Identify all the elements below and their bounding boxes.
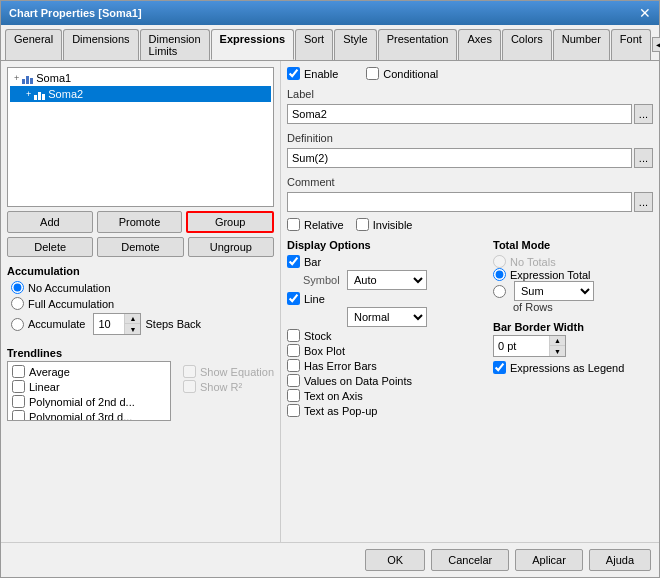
- enable-label: Enable: [304, 68, 338, 80]
- tab-dimensions[interactable]: Dimensions: [63, 29, 138, 60]
- accumulation-title: Accumulation: [7, 265, 274, 277]
- error-bars-checkbox[interactable]: [287, 359, 300, 372]
- two-col-section: Display Options Bar Symbol Auto Circle S…: [287, 239, 653, 419]
- tab-scroll-arrows: ◀ ▶: [652, 29, 660, 60]
- symbol-select[interactable]: Auto Circle Square: [347, 270, 427, 290]
- values-on-data-row: Values on Data Points: [287, 374, 485, 387]
- text-on-axis-row: Text on Axis: [287, 389, 485, 402]
- expression-tree[interactable]: + Soma1 + Soma2: [7, 67, 274, 207]
- tab-font[interactable]: Font: [611, 29, 651, 60]
- box-plot-checkbox[interactable]: [287, 344, 300, 357]
- definition-field-row: Sum(2) ...: [287, 148, 653, 168]
- radio-full-accum-label: Full Accumulation: [28, 298, 114, 310]
- sum-select[interactable]: Sum Avg Max Min: [514, 281, 594, 301]
- trendline-show-r2: Show R²: [183, 380, 274, 393]
- trendline-poly2-check[interactable]: [12, 395, 25, 408]
- close-button[interactable]: ✕: [639, 6, 651, 20]
- label-browse-btn[interactable]: ...: [634, 104, 653, 124]
- tree-item-soma1[interactable]: + Soma1: [10, 70, 271, 86]
- relative-checkbox[interactable]: [287, 218, 300, 231]
- tab-general[interactable]: General: [5, 29, 62, 60]
- expand-icon-soma2: +: [26, 89, 31, 99]
- sum-radio[interactable]: [493, 285, 506, 298]
- enable-check-row: Enable: [287, 67, 338, 80]
- help-button[interactable]: Ajuda: [589, 549, 651, 571]
- group-button[interactable]: Group: [186, 211, 274, 233]
- relative-check-row: Relative: [287, 218, 344, 231]
- invisible-checkbox[interactable]: [356, 218, 369, 231]
- ok-button[interactable]: OK: [365, 549, 425, 571]
- label-field-row: Soma2 ...: [287, 104, 653, 124]
- relative-invisible-row: Relative Invisible: [287, 218, 653, 231]
- tab-scroll-left[interactable]: ◀: [652, 37, 660, 52]
- bar-chart-icon-soma2: [34, 88, 45, 100]
- trendline-poly3-check[interactable]: [12, 410, 25, 421]
- border-spin-up[interactable]: ▲: [549, 336, 565, 346]
- tab-axes[interactable]: Axes: [458, 29, 500, 60]
- text-on-axis-checkbox[interactable]: [287, 389, 300, 402]
- apply-button[interactable]: Aplicar: [515, 549, 583, 571]
- trendlines-list[interactable]: Average Linear Polynomial of 2nd d...: [7, 361, 171, 421]
- line-style-select[interactable]: Normal Thin Thick: [347, 307, 427, 327]
- show-r2-check[interactable]: [183, 380, 196, 393]
- tab-sort[interactable]: Sort: [295, 29, 333, 60]
- tab-colors[interactable]: Colors: [502, 29, 552, 60]
- display-options-title: Display Options: [287, 239, 485, 251]
- definition-field-title: Definition: [287, 132, 653, 144]
- trendline-average-label: Average: [29, 366, 70, 378]
- expressions-legend-label: Expressions as Legend: [510, 362, 624, 374]
- tab-expressions[interactable]: Expressions: [211, 29, 294, 60]
- radio-no-accumulation: No Accumulation: [11, 281, 274, 294]
- conditional-checkbox[interactable]: [366, 67, 379, 80]
- definition-input[interactable]: Sum(2): [287, 148, 632, 168]
- promote-button[interactable]: Promote: [97, 211, 183, 233]
- radio-full-accum-input[interactable]: [11, 297, 24, 310]
- show-equation-check[interactable]: [183, 365, 196, 378]
- radio-no-accum-input[interactable]: [11, 281, 24, 294]
- steps-input[interactable]: 10: [94, 314, 124, 334]
- radio-partial-accum-input[interactable]: [11, 318, 24, 331]
- border-width-input[interactable]: 0 pt: [494, 336, 549, 356]
- steps-down[interactable]: ▼: [124, 324, 140, 334]
- symbol-row: Symbol Auto Circle Square: [303, 270, 485, 290]
- definition-browse-btn[interactable]: ...: [634, 148, 653, 168]
- comment-input[interactable]: [287, 192, 632, 212]
- no-totals-radio[interactable]: [493, 255, 506, 268]
- steps-spinner: 10 ▲ ▼: [93, 313, 141, 335]
- cancel-button[interactable]: Cancelar: [431, 549, 509, 571]
- enable-checkbox[interactable]: [287, 67, 300, 80]
- expression-total-radio[interactable]: [493, 268, 506, 281]
- demote-button[interactable]: Demote: [97, 237, 183, 257]
- trendline-average: Average: [10, 364, 168, 379]
- tab-style[interactable]: Style: [334, 29, 376, 60]
- stock-checkbox[interactable]: [287, 329, 300, 342]
- comment-browse-btn[interactable]: ...: [634, 192, 653, 212]
- line-checkbox[interactable]: [287, 292, 300, 305]
- trendline-options: Show Equation Show R²: [175, 365, 274, 421]
- trendline-linear: Linear: [10, 379, 168, 394]
- tab-dimension-limits[interactable]: Dimension Limits: [140, 29, 210, 60]
- delete-button[interactable]: Delete: [7, 237, 93, 257]
- tab-presentation[interactable]: Presentation: [378, 29, 458, 60]
- add-button[interactable]: Add: [7, 211, 93, 233]
- expressions-legend-check[interactable]: [493, 361, 506, 374]
- trendline-linear-check[interactable]: [12, 380, 25, 393]
- text-as-popup-checkbox[interactable]: [287, 404, 300, 417]
- ungroup-button[interactable]: Ungroup: [188, 237, 274, 257]
- no-totals-row: No Totals: [493, 255, 653, 268]
- values-on-data-checkbox[interactable]: [287, 374, 300, 387]
- btn-row-bottom: Delete Demote Ungroup: [7, 237, 274, 257]
- display-options: Display Options Bar Symbol Auto Circle S…: [287, 239, 485, 419]
- box-plot-option-row: Box Plot: [287, 344, 485, 357]
- trendline-show-equation: Show Equation: [183, 365, 274, 378]
- border-spin-down[interactable]: ▼: [549, 346, 565, 356]
- trendline-poly3: Polynomial of 3rd d...: [10, 409, 168, 421]
- bar-checkbox[interactable]: [287, 255, 300, 268]
- tab-number[interactable]: Number: [553, 29, 610, 60]
- trendline-average-check[interactable]: [12, 365, 25, 378]
- bar-border-title: Bar Border Width: [493, 321, 653, 333]
- label-input[interactable]: Soma2: [287, 104, 632, 124]
- tree-item-soma2[interactable]: + Soma2: [10, 86, 271, 102]
- text-on-axis-label: Text on Axis: [304, 390, 363, 402]
- steps-up[interactable]: ▲: [124, 314, 140, 324]
